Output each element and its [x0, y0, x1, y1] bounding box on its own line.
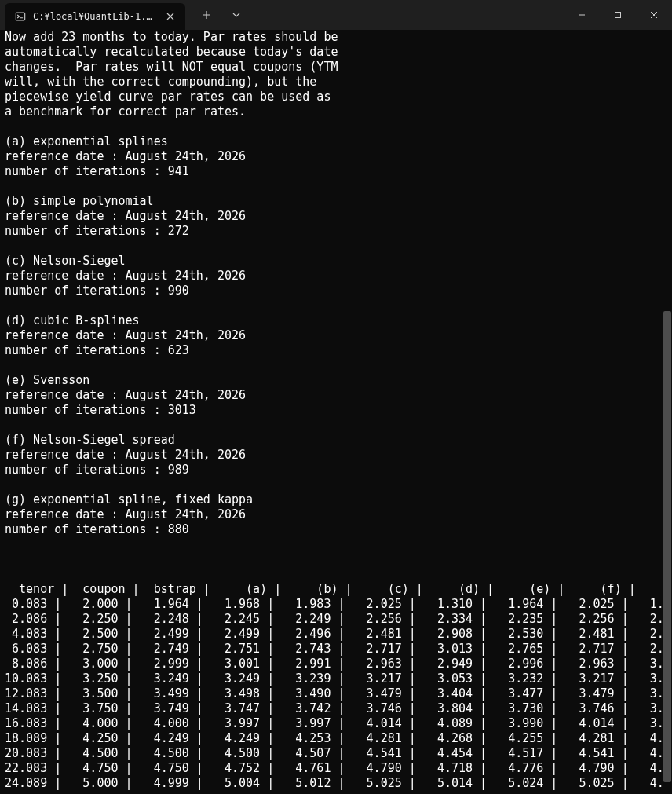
svg-rect-0 [16, 13, 24, 20]
svg-rect-1 [615, 13, 621, 18]
terminal-icon [14, 10, 27, 23]
tabs-actions [185, 0, 250, 30]
scrollbar-track[interactable] [663, 30, 672, 794]
tab-close-button[interactable] [163, 9, 177, 24]
tab-dropdown-button[interactable] [223, 3, 250, 27]
window-controls [564, 0, 672, 30]
active-tab[interactable]: C:¥local¥QuantLib-1.32¥Examp [5, 3, 185, 30]
new-tab-button[interactable] [193, 3, 220, 27]
terminal-output: Now add 23 months to today. Par rates sh… [5, 30, 669, 791]
terminal-viewport[interactable]: Now add 23 months to today. Par rates sh… [0, 30, 672, 794]
tab-title: C:¥local¥QuantLib-1.32¥Examp [33, 11, 157, 22]
minimize-button[interactable] [564, 0, 600, 30]
maximize-button[interactable] [600, 0, 636, 30]
close-button[interactable] [636, 0, 672, 30]
titlebar: C:¥local¥QuantLib-1.32¥Examp [0, 0, 672, 30]
scrollbar-thumb[interactable] [663, 311, 671, 782]
